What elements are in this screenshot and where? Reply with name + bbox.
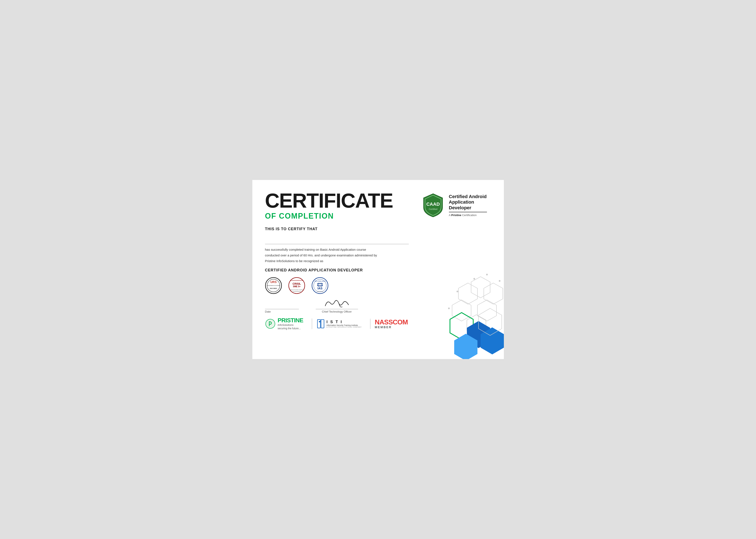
- body-line-2: conducted over a period of 60 Hrs. and u…: [265, 252, 409, 258]
- cto-line: [316, 309, 358, 309]
- certify-label: THIS IS TO CERTIFY THAT: [265, 227, 491, 231]
- svg-rect-25: [319, 321, 320, 322]
- svg-point-23: [266, 319, 275, 329]
- cert-title-main: CERTIFICATE: [265, 191, 393, 211]
- isti-letters: I S T I: [327, 320, 362, 324]
- svg-text:CRISIL: CRISIL: [293, 282, 301, 285]
- name-line: [265, 244, 409, 244]
- signature-image: [323, 297, 351, 309]
- svg-point-39: [486, 274, 488, 275]
- caad-badge: CAAD Certified: [422, 193, 445, 218]
- svg-text:rating and quality evaluation: rating and quality evaluation: [290, 289, 303, 290]
- pristine-sub: securing the future...: [278, 327, 303, 330]
- hex-decoration: [415, 270, 504, 359]
- body-text: has successfully completed training on B…: [265, 247, 409, 264]
- svg-text:★★★★★★★★★★: ★★★★★★★★★★: [290, 280, 303, 281]
- badge-title: Certified Android Application Developer: [449, 194, 491, 210]
- isti-text-block: I S T I Information Security Training In…: [327, 320, 362, 328]
- isti-sub: A PRISTINE INFOSOLUTIONS COMPANY: [327, 326, 362, 328]
- svg-text:IAS: IAS: [318, 287, 322, 290]
- urs-logo: URS REGISTRAR OF SYSTEMS ISO 9001: [265, 277, 282, 294]
- ias-logo: ISO 27001:2013 IAS CERTIFIED: [312, 277, 329, 294]
- svg-text:SME 5+: SME 5+: [293, 285, 301, 288]
- date-label: Date: [265, 310, 271, 313]
- svg-text:ISO 27001:2013: ISO 27001:2013: [315, 280, 325, 282]
- nasscom-name: NASSCOM: [375, 319, 408, 326]
- svg-point-40: [499, 280, 501, 282]
- svg-text:REGISTRAR OF SYSTEMS: REGISTRAR OF SYSTEMS: [267, 285, 280, 286]
- badge-text-block: Certified Android Application Developer …: [449, 194, 491, 217]
- svg-point-41: [456, 291, 458, 292]
- body-line-1: has successfully completed training on B…: [265, 247, 409, 252]
- svg-text:ISO 9001: ISO 9001: [270, 287, 277, 289]
- svg-marker-31: [452, 300, 471, 321]
- nasscom-sub: MEMBER: [375, 326, 408, 329]
- badge-area: CAAD Certified Certified Android Applica…: [422, 193, 491, 218]
- badge-sub-prefix: A: [449, 213, 451, 217]
- badge-brand: Pristine: [451, 213, 461, 217]
- svg-marker-28: [484, 283, 503, 304]
- date-line: [265, 309, 299, 309]
- svg-marker-29: [458, 283, 477, 304]
- badge-divider: [449, 212, 487, 212]
- pristine-icon: [265, 319, 276, 329]
- pristine-text-block: PRISTINE InfoSolutions securing the futu…: [278, 317, 303, 330]
- badge-sub: A Pristine Certification: [449, 213, 491, 217]
- badge-sub-suffix: Certification: [461, 213, 477, 217]
- isti-icon: [317, 319, 325, 329]
- cto-block: Chief Technology Officer: [316, 297, 358, 313]
- pristine-name: PRISTINE: [278, 317, 303, 323]
- isti-block: I S T I Information Security Training In…: [312, 319, 362, 329]
- svg-text:Certified: Certified: [428, 208, 437, 210]
- cto-label: Chief Technology Officer: [322, 310, 352, 313]
- isti-name: Information Security Training Institute: [327, 324, 362, 326]
- body-line-3: Pristine InfoSolutions to be recognized …: [265, 258, 409, 264]
- date-block: Date: [265, 309, 299, 313]
- certificate-header: CERTIFICATE OF COMPLETION CAAD Certified…: [265, 191, 491, 220]
- pristine-logo: PRISTINE InfoSolutions securing the futu…: [265, 317, 303, 330]
- svg-text:URS: URS: [270, 280, 277, 284]
- cert-title-sub: OF COMPLETION: [265, 212, 393, 220]
- svg-rect-26: [321, 320, 324, 328]
- nasscom-block: NASSCOM MEMBER: [370, 319, 408, 329]
- crisil-logo: ★★★★★★★★★★ CRISIL SME 5+ rating and qual…: [288, 277, 305, 294]
- svg-point-42: [448, 308, 450, 309]
- svg-rect-24: [318, 320, 321, 328]
- certificate: CERTIFICATE OF COMPLETION CAAD Certified…: [252, 180, 504, 359]
- pristine-tagline: InfoSolutions: [278, 323, 303, 327]
- svg-text:CAAD: CAAD: [426, 201, 440, 207]
- svg-marker-27: [471, 277, 490, 298]
- svg-point-38: [473, 278, 475, 280]
- title-block: CERTIFICATE OF COMPLETION: [265, 191, 393, 220]
- svg-text:★★★★★★★★★★: ★★★★★★★★★★: [293, 291, 301, 292]
- svg-text:CERTIFIED: CERTIFIED: [317, 291, 324, 292]
